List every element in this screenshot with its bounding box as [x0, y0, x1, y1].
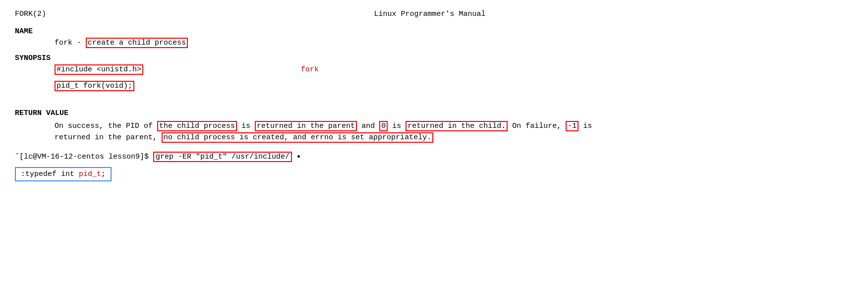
typedef-prefix: : — [21, 170, 25, 178]
return-returned-parent-boxed: returned in the parent — [255, 121, 357, 131]
return-line1-mid3: is — [388, 122, 405, 130]
return-line1-suffix: On failure, — [508, 122, 566, 130]
typedef-keyword: typedef int — [25, 170, 79, 178]
typedef-suffix: ; — [101, 170, 106, 178]
terminal-prompt: [lc@VM-16-12-centos lesson9]$ — [19, 153, 153, 161]
return-zero-boxed: 0 — [379, 121, 388, 131]
synopsis-function-boxed: pid_t fork(void); — [55, 81, 134, 91]
return-neg1-boxed: -1 — [566, 121, 579, 131]
synopsis-include-boxed: #include <unistd.h> — [55, 64, 143, 75]
typedef-line: :typedef int pid_t; — [15, 167, 112, 181]
synopsis-fork-label: fork — [301, 65, 319, 74]
return-line1-mid2: and — [357, 122, 379, 130]
return-section-title: RETURN VALUE — [15, 109, 853, 117]
typedef-type: pid_t — [79, 170, 101, 178]
name-description-prefix: fork - — [55, 39, 86, 47]
manual-header-left: FORK(2) — [15, 10, 46, 18]
cursor-tilde: ˘ — [15, 153, 19, 161]
return-child-process-boxed: the child process — [157, 121, 237, 131]
return-line2-prefix: returned in the parent, — [55, 133, 162, 142]
synopsis-section-title: SYNOPSIS — [15, 54, 853, 62]
return-no-child-boxed: no child process is created, and errno i… — [162, 132, 433, 143]
dot-after-pid — [296, 153, 301, 161]
return-line1-end: is — [579, 122, 592, 130]
return-line1-mid1: is — [237, 122, 255, 130]
return-returned-child-boxed: returned in the child. — [405, 121, 508, 131]
name-section-title: NAME — [15, 27, 853, 36]
name-description-boxed: create a child process — [86, 38, 188, 48]
manual-header-center: Linux Programmer's Manual — [374, 10, 485, 18]
return-line1-prefix: On success, the PID of — [55, 122, 157, 130]
terminal-command-boxed[interactable]: grep -ER "pid_t" /usr/include/ — [153, 152, 292, 162]
